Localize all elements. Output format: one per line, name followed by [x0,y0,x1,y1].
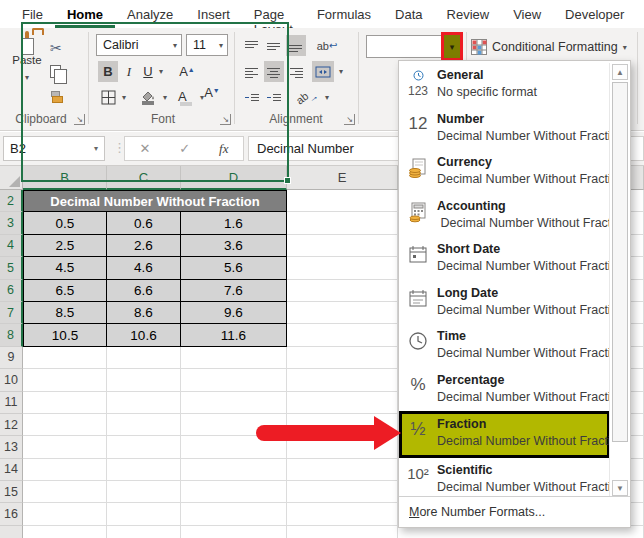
tab-page-layout[interactable]: Page Layout [242,0,305,28]
merge-center-button[interactable] [312,61,334,82]
merged-title-cell[interactable]: Decimal Number Without Fraction [23,190,287,212]
row-header-13[interactable]: 13 [0,436,23,458]
cell-b9[interactable] [23,347,107,369]
number-format-option-fraction[interactable]: ½FractionDecimal Number Without Fraction [399,411,610,458]
fill-color-dropdown[interactable]: ▾ [160,87,170,108]
cell-c15[interactable] [107,481,181,503]
fill-handle[interactable] [284,177,291,184]
number-format-option-short-date[interactable]: Short DateDecimal Number Without Fractio… [399,237,610,281]
cell-b4[interactable]: 2.5 [23,235,107,257]
cell-e8[interactable] [287,324,398,346]
row-header-16[interactable]: 16 [0,503,23,525]
scroll-down-icon[interactable]: ▼ [612,480,628,496]
cell-c12[interactable] [107,414,181,436]
number-format-option-percentage[interactable]: %PercentageDecimal Number Without Fracti… [399,368,610,412]
tab-view[interactable]: View [501,0,553,28]
cell-d8[interactable]: 11.6 [181,324,287,346]
tab-analyze[interactable]: Analyze [115,0,185,28]
tab-developer[interactable]: Developer [553,0,636,28]
cell-d9[interactable] [181,347,287,369]
cell-e5[interactable] [287,257,398,279]
increase-indent-button[interactable] [264,87,284,108]
cell-b10[interactable] [23,369,107,391]
row-header-3[interactable]: 3 [0,212,23,234]
middle-align-button[interactable] [264,35,284,56]
select-all-corner[interactable] [0,166,23,190]
borders-dropdown[interactable]: ▾ [119,87,129,108]
row-header-15[interactable]: 15 [0,481,23,503]
row-header-11[interactable]: 11 [0,392,23,414]
cell-c6[interactable]: 6.6 [107,280,181,302]
cell-e14[interactable] [287,459,398,481]
more-number-formats-item[interactable]: More Number Formats... [399,496,630,527]
row-header-14[interactable]: 14 [0,459,23,481]
row-header-2[interactable]: 2 [0,190,23,212]
tab-home[interactable]: Home [55,0,115,28]
cell-b12[interactable] [23,414,107,436]
cell-e12[interactable] [287,414,398,436]
number-format-option-number[interactable]: 12NumberDecimal Number Without Fraction [399,107,610,151]
cell-b6[interactable]: 6.5 [23,280,107,302]
align-right-button[interactable] [286,61,306,82]
name-box[interactable]: B2 ▾ [3,136,105,161]
fill-color-button[interactable] [137,87,159,108]
format-painter-button[interactable] [50,86,80,106]
number-format-combo[interactable] [366,35,444,58]
cell-b8[interactable]: 10.5 [23,324,107,346]
cell-b11[interactable] [23,392,107,414]
cell-b16[interactable] [23,503,107,525]
row-header-8[interactable]: 8 [0,324,23,346]
clipboard-dialog-launcher-icon[interactable] [74,114,85,125]
font-name-combo[interactable]: Calibri ▾ [96,34,182,56]
cell-d13[interactable] [181,436,287,458]
copy-button[interactable]: ▾ [50,61,80,81]
tab-file[interactable]: File [10,0,55,28]
cell-c14[interactable] [107,459,181,481]
row-header-4[interactable]: 4 [0,235,23,257]
cell-c11[interactable] [107,392,181,414]
cell-d12[interactable] [181,414,287,436]
row-header-12[interactable]: 12 [0,414,23,436]
cell-d11[interactable] [181,392,287,414]
cell-c16[interactable] [107,503,181,525]
cell-b13[interactable] [23,436,107,458]
top-align-button[interactable] [242,35,262,56]
tab-review[interactable]: Review [435,0,502,28]
cell-c10[interactable] [107,369,181,391]
cell-e10[interactable] [287,369,398,391]
cell-e11[interactable] [287,392,398,414]
borders-button[interactable] [98,87,118,108]
cell-d16[interactable] [181,503,287,525]
cell-e16[interactable] [287,503,398,525]
cell-d7[interactable]: 9.6 [181,302,287,324]
row-header-5[interactable]: 5 [0,257,23,279]
cut-button[interactable] [50,38,80,58]
bottom-align-button[interactable] [286,35,306,56]
number-format-option-time[interactable]: TimeDecimal Number Without Fraction [399,324,610,368]
number-format-dropdown-arrow[interactable]: ▾ [441,32,463,61]
wrap-text-button[interactable]: ab↩ [314,35,340,56]
cell-e9[interactable] [287,347,398,369]
cell-e13[interactable] [287,436,398,458]
scrollbar-thumb[interactable] [612,82,628,442]
cell-d3[interactable]: 1.6 [181,212,287,234]
row-header-10[interactable]: 10 [0,369,23,391]
cell-e4[interactable] [287,235,398,257]
enter-icon[interactable]: ✓ [179,141,190,156]
tab-help[interactable]: Help [636,0,644,28]
cell-d15[interactable] [181,481,287,503]
cell-c13[interactable] [107,436,181,458]
cell-c8[interactable]: 10.6 [107,324,181,346]
number-format-option-long-date[interactable]: Long DateDecimal Number Without Fraction [399,281,610,325]
number-format-option-currency[interactable]: CurrencyDecimal Number Without Fraction [399,150,610,194]
cell-b14[interactable] [23,459,107,481]
italic-button[interactable]: I [121,61,137,82]
cell-d14[interactable] [181,459,287,481]
merge-center-dropdown[interactable]: ▾ [336,61,346,82]
column-header-d[interactable]: D [181,166,287,190]
number-format-option-general[interactable]: 123GeneralNo specific format [399,63,610,107]
font-dialog-launcher-icon[interactable] [220,114,231,125]
row-header-7[interactable]: 7 [0,302,23,324]
cell-d5[interactable]: 5.6 [181,257,287,279]
cell-d6[interactable]: 7.6 [181,280,287,302]
